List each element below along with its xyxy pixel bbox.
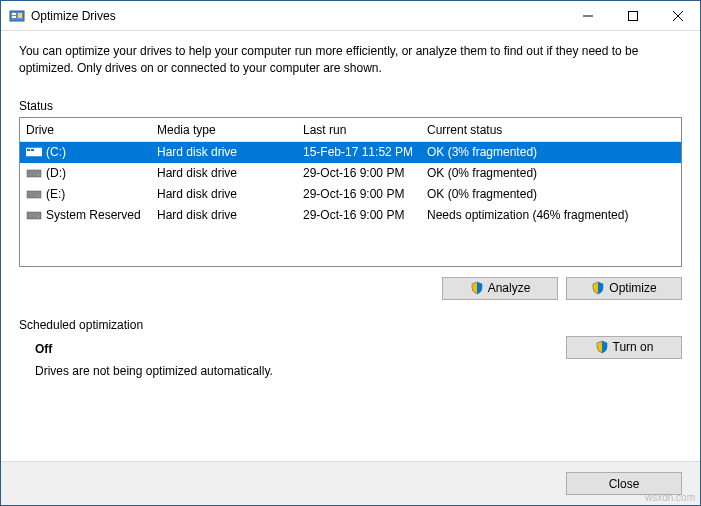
close-label: Close	[609, 477, 640, 491]
analyze-button[interactable]: Analyze	[442, 277, 558, 300]
cell-drive: (C:)	[20, 145, 151, 159]
col-header-drive[interactable]: Drive	[20, 118, 151, 142]
svg-rect-9	[27, 149, 30, 151]
cell-last: 29-Oct-16 9:00 PM	[297, 187, 421, 201]
scheduled-desc: Drives are not being optimized automatic…	[35, 364, 273, 378]
status-label: Status	[19, 99, 682, 113]
svg-rect-10	[31, 149, 34, 151]
cell-last: 29-Oct-16 9:00 PM	[297, 208, 421, 222]
cell-drive: System Reserved	[20, 208, 151, 222]
cell-last: 29-Oct-16 9:00 PM	[297, 166, 421, 180]
svg-rect-1	[12, 13, 16, 15]
col-header-media[interactable]: Media type	[151, 118, 297, 142]
drive-name: (E:)	[46, 187, 65, 201]
close-button[interactable]	[655, 1, 700, 30]
table-row[interactable]: (D:)Hard disk drive29-Oct-16 9:00 PMOK (…	[20, 163, 681, 184]
svg-rect-2	[12, 16, 16, 18]
scheduled-label: Scheduled optimization	[19, 318, 682, 332]
drives-table: Drive Media type Last run Current status…	[19, 117, 682, 267]
cell-status: OK (3% fragmented)	[421, 145, 681, 159]
table-row[interactable]: (C:)Hard disk drive15-Feb-17 11:52 PMOK …	[20, 142, 681, 163]
drive-icon	[26, 167, 42, 179]
turn-on-label: Turn on	[613, 340, 654, 354]
scheduled-state: Off	[35, 342, 273, 356]
app-icon	[9, 8, 25, 24]
shield-icon	[595, 340, 609, 354]
svg-rect-15	[27, 212, 41, 219]
shield-icon	[470, 281, 484, 295]
minimize-button[interactable]	[565, 1, 610, 30]
maximize-button[interactable]	[610, 1, 655, 30]
action-buttons: Analyze Optimize	[19, 277, 682, 300]
cell-media: Hard disk drive	[151, 187, 297, 201]
drive-name: System Reserved	[46, 208, 141, 222]
cell-last: 15-Feb-17 11:52 PM	[297, 145, 421, 159]
cell-media: Hard disk drive	[151, 166, 297, 180]
col-header-status[interactable]: Current status	[421, 118, 681, 142]
window-title: Optimize Drives	[31, 9, 565, 23]
drive-icon	[26, 146, 42, 158]
table-row[interactable]: (E:)Hard disk drive29-Oct-16 9:00 PMOK (…	[20, 184, 681, 205]
analyze-label: Analyze	[488, 281, 531, 295]
window-controls	[565, 1, 700, 30]
svg-rect-13	[27, 191, 41, 198]
titlebar: Optimize Drives	[1, 1, 700, 31]
optimize-label: Optimize	[609, 281, 656, 295]
svg-point-16	[37, 216, 39, 218]
drive-name: (D:)	[46, 166, 66, 180]
footer: Close	[1, 461, 700, 505]
drive-icon	[26, 209, 42, 221]
cell-drive: (E:)	[20, 187, 151, 201]
svg-rect-3	[18, 13, 22, 18]
cell-media: Hard disk drive	[151, 145, 297, 159]
cell-drive: (D:)	[20, 166, 151, 180]
svg-rect-11	[27, 170, 41, 177]
svg-rect-5	[628, 11, 637, 20]
table-body: (C:)Hard disk drive15-Feb-17 11:52 PMOK …	[20, 142, 681, 226]
optimize-button[interactable]: Optimize	[566, 277, 682, 300]
svg-point-14	[37, 195, 39, 197]
watermark: wsxdn.com	[645, 492, 695, 503]
content-area: You can optimize your drives to help you…	[1, 31, 700, 461]
drive-icon	[26, 188, 42, 200]
drive-name: (C:)	[46, 145, 66, 159]
scheduled-info: Off Drives are not being optimized autom…	[19, 336, 273, 378]
scheduled-section: Off Drives are not being optimized autom…	[19, 336, 682, 378]
cell-media: Hard disk drive	[151, 208, 297, 222]
turn-on-button[interactable]: Turn on	[566, 336, 682, 359]
intro-text: You can optimize your drives to help you…	[19, 43, 682, 77]
col-header-last[interactable]: Last run	[297, 118, 421, 142]
svg-point-12	[37, 174, 39, 176]
shield-icon	[591, 281, 605, 295]
cell-status: OK (0% fragmented)	[421, 166, 681, 180]
cell-status: OK (0% fragmented)	[421, 187, 681, 201]
cell-status: Needs optimization (46% fragmented)	[421, 208, 681, 222]
table-header: Drive Media type Last run Current status	[20, 118, 681, 142]
table-row[interactable]: System ReservedHard disk drive29-Oct-16 …	[20, 205, 681, 226]
